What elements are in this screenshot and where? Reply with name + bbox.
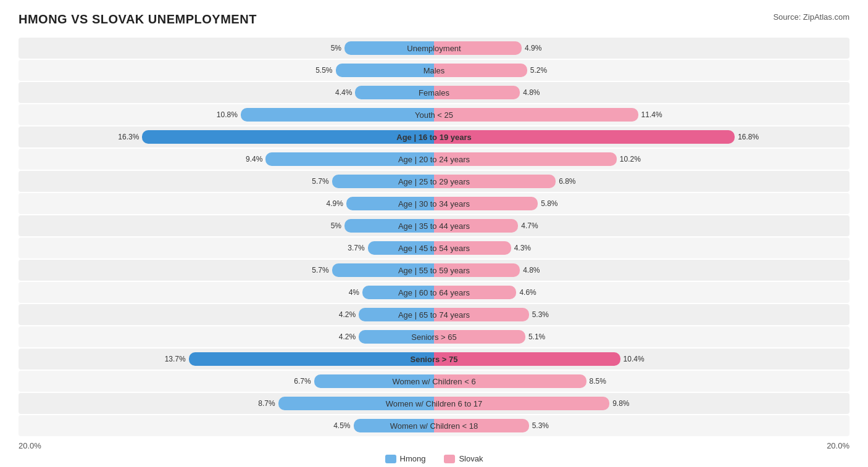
chart-body: 5%Unemployment4.9%5.5%Males5.2%4.4%Femal… bbox=[19, 38, 849, 436]
slovak-bar bbox=[434, 64, 527, 77]
chart-row: 5.5%Males5.2% bbox=[19, 60, 849, 81]
slovak-value-label: 16.8% bbox=[738, 133, 760, 141]
slovak-bar bbox=[434, 86, 520, 99]
axis-row: 20.0% 20.0% bbox=[19, 441, 849, 450]
axis-left: 20.0% bbox=[19, 441, 434, 450]
slovak-bar bbox=[434, 108, 638, 122]
hmong-value-label: 13.7% bbox=[164, 355, 186, 363]
left-area: 4.4% bbox=[19, 86, 434, 99]
chart-row: 3.7%Age | 45 to 54 years4.3% bbox=[19, 238, 849, 258]
hmong-bar bbox=[332, 175, 434, 188]
slovak-value-label: 5.3% bbox=[532, 421, 554, 430]
legend-hmong: Hmong bbox=[385, 454, 426, 463]
slovak-value-label: 5.1% bbox=[528, 333, 551, 341]
slovak-bar bbox=[434, 330, 525, 344]
hmong-bar bbox=[344, 41, 434, 55]
right-area: 10.2% bbox=[434, 152, 849, 166]
chart-row: 5.7%Age | 25 to 29 years6.8% bbox=[19, 171, 849, 192]
chart-row: 8.7%Women w/ Children 6 to 179.8% bbox=[19, 393, 849, 414]
chart-row: 4.4%Females4.8% bbox=[19, 82, 849, 103]
hmong-bar bbox=[355, 86, 434, 99]
slovak-value-label: 4.7% bbox=[521, 221, 543, 230]
hmong-bar bbox=[189, 352, 434, 366]
hmong-bar bbox=[359, 308, 434, 321]
left-area: 4.2% bbox=[19, 330, 434, 344]
bar-section: 5.7%Age | 25 to 29 years6.8% bbox=[19, 175, 849, 188]
hmong-bar bbox=[368, 241, 434, 255]
hmong-bar bbox=[314, 374, 434, 388]
right-area: 4.7% bbox=[434, 219, 849, 233]
chart-title: HMONG VS SLOVAK UNEMPLOYMENT bbox=[19, 12, 257, 27]
right-area: 5.2% bbox=[434, 64, 849, 77]
hmong-bar bbox=[278, 397, 434, 410]
right-area: 9.8% bbox=[434, 397, 849, 410]
left-area: 8.7% bbox=[19, 397, 434, 410]
right-area: 4.8% bbox=[434, 86, 849, 99]
chart-row: 16.3%Age | 16 to 19 years16.8% bbox=[19, 126, 849, 147]
slovak-value-label: 4.9% bbox=[525, 44, 547, 52]
bar-section: 4%Age | 60 to 64 years4.6% bbox=[19, 286, 849, 299]
right-area: 16.8% bbox=[434, 130, 849, 144]
hmong-bar bbox=[354, 419, 435, 432]
left-area: 4.2% bbox=[19, 308, 434, 321]
bar-section: 4.4%Females4.8% bbox=[19, 86, 849, 99]
bar-section: 13.7%Seniors > 7510.4% bbox=[19, 352, 849, 366]
slovak-bar bbox=[434, 219, 518, 233]
hmong-bar bbox=[344, 219, 434, 233]
right-area: 10.4% bbox=[434, 352, 849, 366]
right-area: 5.1% bbox=[434, 330, 849, 344]
left-area: 5% bbox=[19, 41, 434, 55]
hmong-value-label: 8.7% bbox=[253, 399, 275, 408]
right-area: 8.5% bbox=[434, 374, 849, 388]
chart-row: 4%Age | 60 to 64 years4.6% bbox=[19, 282, 849, 303]
bar-section: 5.7%Age | 55 to 59 years4.8% bbox=[19, 263, 849, 277]
slovak-value-label: 9.8% bbox=[612, 399, 635, 408]
slovak-value-label: 4.8% bbox=[523, 88, 545, 97]
hmong-value-label: 4% bbox=[337, 288, 359, 297]
chart-source: Source: ZipAtlas.com bbox=[773, 12, 849, 22]
chart-row: 6.7%Women w/ Children < 68.5% bbox=[19, 371, 849, 392]
slovak-bar bbox=[434, 175, 556, 188]
chart-row: 13.7%Seniors > 7510.4% bbox=[19, 349, 849, 370]
left-area: 5.7% bbox=[19, 263, 434, 277]
hmong-value-label: 3.7% bbox=[343, 244, 365, 252]
hmong-value-label: 4.5% bbox=[328, 421, 351, 430]
hmong-bar bbox=[332, 263, 434, 277]
chart-container: HMONG VS SLOVAK UNEMPLOYMENT Source: Zip… bbox=[19, 12, 849, 463]
right-area: 5.3% bbox=[434, 419, 849, 432]
left-area: 9.4% bbox=[19, 152, 434, 166]
slovak-bar bbox=[434, 241, 511, 255]
hmong-bar bbox=[142, 130, 434, 144]
bar-section: 5.5%Males5.2% bbox=[19, 64, 849, 77]
bar-section: 9.4%Age | 20 to 24 years10.2% bbox=[19, 152, 849, 166]
bar-section: 3.7%Age | 45 to 54 years4.3% bbox=[19, 241, 849, 255]
bar-section: 5%Unemployment4.9% bbox=[19, 41, 849, 55]
left-area: 4% bbox=[19, 286, 434, 299]
hmong-value-label: 16.3% bbox=[117, 133, 139, 141]
left-area: 6.7% bbox=[19, 374, 434, 388]
legend-hmong-color bbox=[385, 455, 396, 463]
hmong-bar bbox=[265, 152, 434, 166]
chart-row: 9.4%Age | 20 to 24 years10.2% bbox=[19, 149, 849, 170]
hmong-bar bbox=[362, 286, 434, 299]
bar-section: 16.3%Age | 16 to 19 years16.8% bbox=[19, 130, 849, 144]
slovak-value-label: 8.5% bbox=[590, 377, 612, 386]
left-area: 3.7% bbox=[19, 241, 434, 255]
right-area: 5.3% bbox=[434, 308, 849, 321]
legend-hmong-label: Hmong bbox=[400, 454, 426, 463]
legend: Hmong Slovak bbox=[19, 454, 849, 463]
slovak-bar bbox=[434, 41, 522, 55]
right-area: 4.3% bbox=[434, 241, 849, 255]
slovak-bar bbox=[434, 397, 609, 410]
legend-slovak: Slovak bbox=[444, 454, 483, 463]
chart-row: 5%Unemployment4.9% bbox=[19, 38, 849, 59]
left-area: 10.8% bbox=[19, 108, 434, 122]
slovak-bar bbox=[434, 263, 520, 277]
bar-section: 4.2%Age | 65 to 74 years5.3% bbox=[19, 308, 849, 321]
hmong-value-label: 6.7% bbox=[289, 377, 311, 386]
bar-section: 6.7%Women w/ Children < 68.5% bbox=[19, 374, 849, 388]
chart-row: 10.8%Youth < 2511.4% bbox=[19, 104, 849, 125]
legend-slovak-label: Slovak bbox=[459, 454, 483, 463]
slovak-value-label: 4.6% bbox=[519, 288, 541, 297]
slovak-value-label: 10.2% bbox=[620, 155, 642, 163]
